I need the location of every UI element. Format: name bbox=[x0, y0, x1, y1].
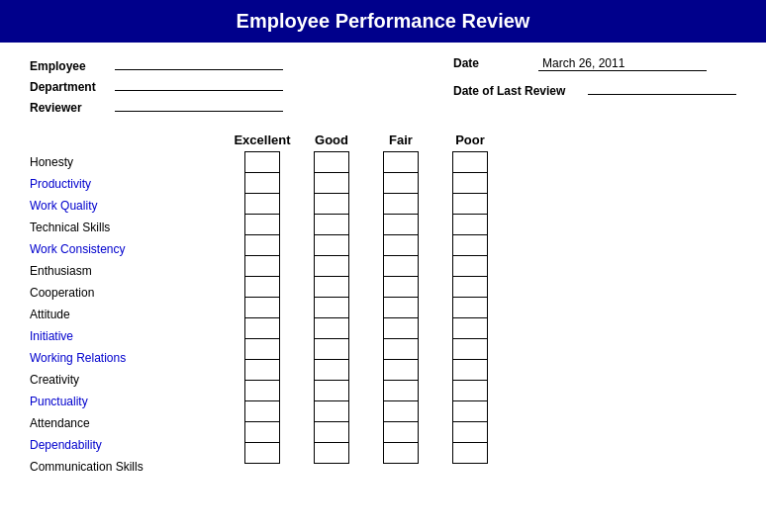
info-section: Employee Department Reviewer Date March … bbox=[0, 56, 766, 115]
criteria-item: Working Relations bbox=[30, 347, 228, 369]
reviewer-label: Reviewer bbox=[30, 101, 109, 115]
rating-cell[interactable] bbox=[452, 359, 488, 381]
rating-cell[interactable] bbox=[314, 421, 349, 443]
rating-cell[interactable] bbox=[452, 380, 488, 401]
rating-cell[interactable] bbox=[383, 317, 419, 339]
criteria-item: Work Quality bbox=[30, 195, 228, 217]
rating-cell[interactable] bbox=[314, 172, 349, 194]
rating-cell[interactable] bbox=[383, 297, 419, 318]
rating-cell[interactable] bbox=[244, 317, 280, 339]
rating-cell[interactable] bbox=[244, 255, 280, 277]
rating-cell[interactable] bbox=[383, 442, 419, 464]
rating-cell[interactable] bbox=[314, 276, 349, 298]
criteria-item: Work Consistency bbox=[30, 238, 228, 260]
rating-cell[interactable] bbox=[452, 421, 488, 443]
rating-cell[interactable] bbox=[383, 421, 419, 443]
rating-cell[interactable] bbox=[452, 400, 488, 422]
department-label: Department bbox=[30, 80, 109, 94]
rating-col-poor bbox=[435, 151, 505, 478]
rating-cell[interactable] bbox=[244, 421, 280, 443]
info-right: Date March 26, 2011 Date of Last Review bbox=[453, 56, 736, 115]
rating-col-fair bbox=[366, 151, 435, 478]
rating-cell[interactable] bbox=[452, 234, 488, 256]
rating-cell[interactable] bbox=[244, 193, 280, 215]
rating-cell[interactable] bbox=[314, 442, 349, 464]
rating-cell[interactable] bbox=[314, 400, 349, 422]
criteria-item: Attitude bbox=[30, 304, 228, 325]
ratings-body: HonestyProductivityWork QualityTechnical… bbox=[30, 151, 736, 478]
rating-col-header-fair: Fair bbox=[366, 133, 435, 147]
rating-cell[interactable] bbox=[452, 193, 488, 215]
date-last-review-label: Date of Last Review bbox=[453, 84, 582, 98]
rating-cell[interactable] bbox=[383, 255, 419, 277]
rating-col-header-good: Good bbox=[297, 133, 366, 147]
rating-cell[interactable] bbox=[452, 255, 488, 277]
rating-cell[interactable] bbox=[452, 172, 488, 194]
rating-cell[interactable] bbox=[244, 359, 280, 381]
rating-cell[interactable] bbox=[383, 193, 419, 215]
rating-cell[interactable] bbox=[383, 338, 419, 360]
rating-cell[interactable] bbox=[452, 297, 488, 318]
rating-cell[interactable] bbox=[314, 255, 349, 277]
rating-cell[interactable] bbox=[244, 214, 280, 235]
rating-cell[interactable] bbox=[383, 359, 419, 381]
date-label: Date bbox=[453, 56, 532, 70]
criteria-item: Communication Skills bbox=[30, 456, 228, 478]
rating-cell[interactable] bbox=[244, 338, 280, 360]
employee-field[interactable] bbox=[115, 56, 283, 70]
rating-cell[interactable] bbox=[314, 214, 349, 235]
rating-cell[interactable] bbox=[383, 276, 419, 298]
rating-cell[interactable] bbox=[244, 276, 280, 298]
rating-cell[interactable] bbox=[244, 151, 280, 173]
rating-cell[interactable] bbox=[452, 317, 488, 339]
rating-cell[interactable] bbox=[452, 214, 488, 235]
rating-col-good bbox=[297, 151, 366, 478]
department-row: Department bbox=[30, 77, 283, 94]
rating-cell[interactable] bbox=[383, 380, 419, 401]
date-row: Date March 26, 2011 bbox=[453, 56, 736, 71]
rating-cell[interactable] bbox=[314, 338, 349, 360]
date-value[interactable]: March 26, 2011 bbox=[538, 56, 707, 71]
rating-cell[interactable] bbox=[314, 297, 349, 318]
rating-cell[interactable] bbox=[383, 400, 419, 422]
criteria-item: Initiative bbox=[30, 325, 228, 347]
rating-cell[interactable] bbox=[244, 442, 280, 464]
rating-cell[interactable] bbox=[244, 380, 280, 401]
criteria-item: Dependability bbox=[30, 434, 228, 456]
employee-row: Employee bbox=[30, 56, 283, 73]
rating-cell[interactable] bbox=[452, 151, 488, 173]
rating-cell[interactable] bbox=[452, 338, 488, 360]
criteria-item: Technical Skills bbox=[30, 217, 228, 238]
rating-cell[interactable] bbox=[314, 234, 349, 256]
rating-cell[interactable] bbox=[244, 297, 280, 318]
rating-cell[interactable] bbox=[314, 151, 349, 173]
rating-cell[interactable] bbox=[244, 400, 280, 422]
rating-cell[interactable] bbox=[314, 193, 349, 215]
criteria-item: Attendance bbox=[30, 412, 228, 434]
rating-col-excellent bbox=[228, 151, 297, 478]
rating-cell[interactable] bbox=[383, 172, 419, 194]
rating-cell[interactable] bbox=[452, 276, 488, 298]
rating-cell[interactable] bbox=[383, 234, 419, 256]
ratings-section: ExcellentGoodFairPoor HonestyProductivit… bbox=[0, 133, 766, 478]
rating-cell[interactable] bbox=[383, 151, 419, 173]
rating-cell[interactable] bbox=[314, 380, 349, 401]
rating-cell[interactable] bbox=[452, 442, 488, 464]
page: Employee Performance Review Employee Dep… bbox=[0, 0, 766, 532]
rating-col-header-poor: Poor bbox=[435, 133, 505, 147]
rating-cell[interactable] bbox=[244, 234, 280, 256]
rating-cell[interactable] bbox=[383, 214, 419, 235]
date-last-review-field[interactable] bbox=[588, 81, 736, 95]
rating-cell[interactable] bbox=[244, 172, 280, 194]
department-field[interactable] bbox=[115, 77, 283, 91]
rating-cell[interactable] bbox=[314, 359, 349, 381]
date-last-review-row: Date of Last Review bbox=[453, 81, 736, 98]
rating-cell[interactable] bbox=[314, 317, 349, 339]
criteria-list: HonestyProductivityWork QualityTechnical… bbox=[30, 151, 228, 478]
criteria-item: Enthusiasm bbox=[30, 260, 228, 282]
employee-label: Employee bbox=[30, 59, 109, 73]
rating-col-header-excellent: Excellent bbox=[228, 133, 297, 147]
reviewer-field[interactable] bbox=[115, 98, 283, 112]
criteria-item: Productivity bbox=[30, 173, 228, 195]
info-left: Employee Department Reviewer bbox=[30, 56, 283, 115]
